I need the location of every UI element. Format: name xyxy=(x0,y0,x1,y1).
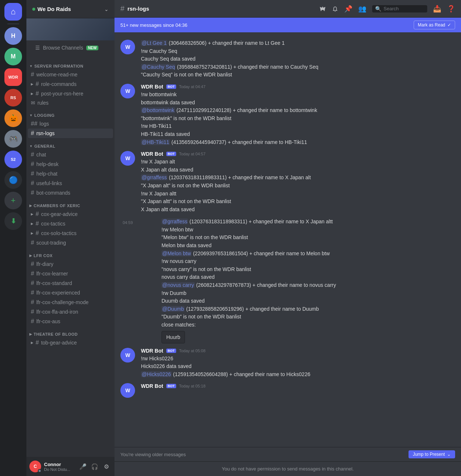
guild-header[interactable]: We Do Raids ⌄ xyxy=(26,0,115,18)
server-icon-s3[interactable]: 🔵 xyxy=(4,171,22,189)
pin-icon[interactable]: 📌 xyxy=(344,5,352,13)
channel-role-commands[interactable]: ▶ # role-commands xyxy=(28,79,113,89)
message-text: X Japan altt data saved xyxy=(141,206,455,213)
mark-as-read-button[interactable]: Mark as Read ✓ xyxy=(414,21,455,29)
channel-welcome-read-me[interactable]: # welcome-read-me xyxy=(28,70,113,79)
message-content: @grraffess (1203763183118983311) + chang… xyxy=(141,218,455,343)
settings-button[interactable]: ⚙ xyxy=(101,461,112,472)
message-text: !rw bottomtwink xyxy=(141,91,455,98)
channel-bot-commands[interactable]: # bot-commands xyxy=(28,188,113,198)
channel-useful-links[interactable]: # useful-links xyxy=(28,178,113,188)
new-messages-text: 51+ new messages since 04:36 xyxy=(120,22,187,28)
user-status-dot xyxy=(38,469,41,473)
category-theatre-of-blood[interactable]: ▶ THEATRE OF BLOOD xyxy=(26,326,115,338)
server-icon-s2[interactable]: S2 xyxy=(4,151,22,168)
message-text: @grraffess (1203763183118983311) + chang… xyxy=(141,174,455,181)
category-lfr-cox[interactable]: ▶ LFR COX xyxy=(26,248,115,259)
message-author: WDR Bot xyxy=(141,84,163,90)
server-icon-pumpkin[interactable]: 🎃 xyxy=(4,109,22,127)
channel-rsn-logs[interactable]: # rsn-logs 👤 xyxy=(28,129,113,138)
message-text: "Melon btw" is not on the WDR banlist xyxy=(161,234,455,241)
channel-cox-tactics[interactable]: ▶ # cox-tactics xyxy=(28,219,113,228)
server-icon-h[interactable]: H xyxy=(4,27,22,45)
new-messages-bar[interactable]: 51+ new messages since 04:36 Mark as Rea… xyxy=(115,18,461,32)
jump-to-present-button[interactable]: Jump to Present ⌄ xyxy=(409,450,455,458)
message-text: "Cauchy Seq" is not on the WDR banlist xyxy=(141,71,455,79)
channel-lfr-cox-standard[interactable]: # lfr-cox-standard xyxy=(28,278,113,288)
channel-cox-solo-tactics[interactable]: ▶ # cox-solo-tactics xyxy=(28,228,113,238)
main-content: # rsn-logs 📌 👥 🔍 📥 ❓ 51+ new messages si… xyxy=(115,0,461,476)
header-icons: 📌 👥 🔍 📥 ❓ xyxy=(319,5,455,13)
channel-lfr-cox-challenge-mode[interactable]: # lfr-cox-challenge-mode xyxy=(28,298,113,307)
message-timestamp: Today at 05:08 xyxy=(179,349,206,353)
message-content: WDR Bot BOT Today at 04:57 !rw X Japan a… xyxy=(141,151,455,214)
deafen-button[interactable]: 🎧 xyxy=(90,461,100,472)
inbox-icon[interactable]: 📥 xyxy=(433,5,441,13)
hash-icon: # xyxy=(31,71,34,78)
messages-area[interactable]: W @Lt Gee 1 (306468326506) + changed the… xyxy=(115,32,461,447)
mention: @Cauchy Seq xyxy=(141,64,175,70)
guild-menu-icon[interactable]: ⌄ xyxy=(104,6,109,12)
online-indicator xyxy=(32,8,35,11)
hash-icon: ## xyxy=(31,120,37,127)
category-logging[interactable]: ▼ LOGGING xyxy=(26,107,115,119)
message-text: novus carry data saved xyxy=(161,274,455,281)
guild-name: We Do Raids xyxy=(32,6,71,12)
message-avatar: W xyxy=(120,151,135,166)
notification-icon[interactable] xyxy=(332,6,338,12)
help-icon[interactable]: ❓ xyxy=(447,5,455,13)
category-general[interactable]: ▼ GENERAL xyxy=(26,138,115,150)
add-server-button[interactable]: + xyxy=(4,192,22,209)
message-group: W WDR Bot BOT Today at 04:47 !rw bottomt… xyxy=(115,82,461,148)
server-icon-s1[interactable]: 🎮 xyxy=(4,130,22,148)
channel-lfr-cox-experienced[interactable]: # lfr-cox-experienced xyxy=(28,288,113,298)
channel-header: # rsn-logs 📌 👥 🔍 📥 ❓ xyxy=(115,0,461,18)
server-icon-wdr[interactable]: WDR xyxy=(4,68,22,86)
server-icon-rs[interactable]: RS xyxy=(4,89,22,107)
category-server-information[interactable]: ▼ SERVER INFORMATION xyxy=(26,58,115,70)
message-text: @Lt Gee 1 (306468326506) + changed their… xyxy=(141,40,455,47)
search-input[interactable] xyxy=(384,6,424,11)
channel-lfr-cox-ffa-and-iron[interactable]: # lfr-cox-ffa-and-iron xyxy=(28,307,113,317)
collapsed-arrow-icon: ▶ xyxy=(31,82,33,86)
message-text: "novus carry" is not on the WDR banlist xyxy=(161,266,455,273)
hash-icon: # xyxy=(31,239,34,246)
search-bar[interactable]: 🔍 xyxy=(372,5,427,12)
channel-logs[interactable]: ## logs xyxy=(28,119,113,129)
channel-cox-gear-advice[interactable]: ▶ # cox-gear-advice xyxy=(28,209,113,219)
browse-channels-button[interactable]: ☰ Browse Channels NEW xyxy=(29,42,112,54)
bot-badge: BOT xyxy=(166,384,176,388)
mention: @HB-Tiki11 xyxy=(141,139,170,145)
channel-post-your-rsn-here[interactable]: ▶ # post-your-rsn-here xyxy=(28,89,113,98)
collapsed-arrow-icon: ▶ xyxy=(31,92,33,95)
channel-chat[interactable]: # chat xyxy=(28,150,113,159)
category-arrow: ▶ xyxy=(29,254,32,257)
channel-lfr-cox-aus[interactable]: # lfr-cox-aus xyxy=(28,317,113,326)
channel-help-desk[interactable]: # help-desk xyxy=(28,159,113,169)
channel-rules[interactable]: ✉ rules xyxy=(28,98,113,107)
checkmark-icon: ✓ xyxy=(447,22,451,28)
message-text: !rw X Japan altt xyxy=(141,190,455,198)
server-icon-discord[interactable]: ⌂ xyxy=(4,3,22,21)
threads-icon[interactable] xyxy=(319,6,326,12)
channel-help-chat[interactable]: # help-chat xyxy=(28,169,113,178)
message-text: "X Japan altt" is not on the WDR banlist xyxy=(141,198,455,205)
category-chambers-of-xeric[interactable]: ▶ CHAMBERS OF XERIC xyxy=(26,198,115,209)
channel-lfr-diary[interactable]: # lfr-diary xyxy=(28,259,113,269)
hash-icon: # xyxy=(31,130,34,137)
message-text: @novus carry (260821432978767873) + chan… xyxy=(161,282,455,289)
message-text: !rw Cauchy Seq xyxy=(141,48,455,55)
message-avatar: W xyxy=(120,383,135,398)
mute-button[interactable]: 🎤 xyxy=(78,461,88,472)
message-header: WDR Bot BOT Today at 05:18 xyxy=(141,383,455,389)
message-author: WDR Bot xyxy=(141,151,163,157)
server-icon-download[interactable]: ⬇ xyxy=(4,212,22,230)
channel-lfr-cox-learner[interactable]: # lfr-cox-learner xyxy=(28,269,113,278)
search-icon: 🔍 xyxy=(375,6,381,12)
server-separator xyxy=(7,24,19,24)
hash-icon: # xyxy=(31,270,34,277)
channel-scout-trading[interactable]: # scout-trading xyxy=(28,238,113,248)
server-icon-m[interactable]: M xyxy=(4,48,22,65)
channel-tob-gear-advice[interactable]: ▶ # tob-gear-advice xyxy=(28,338,113,347)
members-icon[interactable]: 👥 xyxy=(358,5,366,13)
